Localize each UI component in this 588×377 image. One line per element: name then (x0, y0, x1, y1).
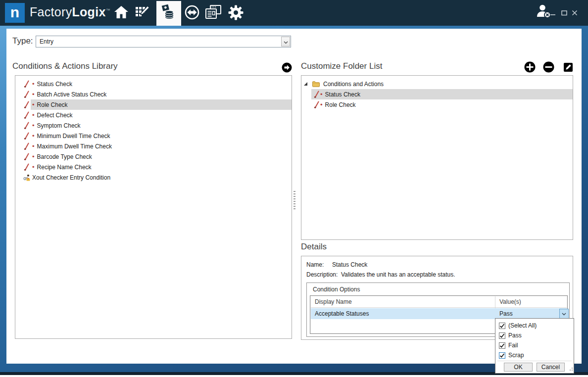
value-dropdown-button[interactable] (559, 309, 569, 319)
nav-settings-button[interactable] (226, 4, 245, 23)
condition-icon (23, 122, 31, 130)
popup-option[interactable]: Fail (495, 340, 574, 350)
column-header-display-name: Display Name (315, 298, 352, 305)
checkbox[interactable] (499, 342, 505, 349)
resize-grip[interactable] (568, 368, 573, 372)
tree-item-body[interactable]: •Status Check (311, 89, 573, 99)
popup-option[interactable]: Scrap (495, 350, 574, 360)
move-right-icon (282, 62, 292, 75)
close-button[interactable] (570, 9, 579, 18)
list-item[interactable]: •Status Check (15, 79, 292, 89)
list-item-body[interactable]: Xout Checker Entry Condition (31, 172, 292, 183)
production-editor-icon (134, 4, 150, 22)
popup-separator (497, 361, 572, 361)
popup-option-label: Scrap (508, 352, 524, 359)
popup-option[interactable]: Pass (495, 330, 574, 340)
list-item-body[interactable]: •Barcode Type Check (31, 151, 292, 162)
checkbox[interactable] (499, 332, 505, 339)
list-item[interactable]: •Role Check (15, 99, 292, 110)
add-icon (524, 61, 536, 75)
tree-item-body[interactable]: •Role Check (311, 99, 573, 110)
list-item-label: Defect Check (37, 112, 73, 119)
tree-item-bullet: • (320, 91, 323, 97)
tree-item-label: Status Check (325, 91, 360, 98)
popup-option[interactable]: (Select All) (495, 321, 574, 330)
condition-icon (23, 163, 31, 171)
edit-folder-item-button[interactable] (563, 63, 574, 74)
list-item-body[interactable]: •Status Check (31, 79, 292, 89)
list-item-bullet: • (32, 91, 35, 97)
list-item-body[interactable]: •Symptom Check (31, 120, 292, 131)
tree-root-label: Conditions and Actions (323, 81, 384, 88)
remove-folder-item-button[interactable] (543, 62, 554, 73)
condition-icon (23, 142, 31, 150)
panel-splitter[interactable] (294, 191, 295, 210)
list-item-bullet: • (32, 143, 35, 149)
condition-icon (23, 111, 31, 119)
checkbox[interactable] (499, 323, 505, 329)
expander-icon[interactable] (303, 82, 308, 86)
nav-library-button[interactable] (156, 1, 181, 26)
table-row[interactable]: Acceptable Statuses Pass (311, 308, 567, 319)
condition-icon (23, 80, 31, 88)
list-item[interactable]: •Minimum Dwell Time Check (15, 131, 292, 141)
name-label: Name: (306, 261, 324, 268)
list-item[interactable]: Xout Checker Entry Condition (15, 172, 292, 183)
name-value: Status Check (332, 261, 367, 268)
brand-light: Factory (30, 5, 72, 19)
details-panel-title: Details (301, 242, 327, 252)
column-header-values: Value(s) (499, 298, 521, 305)
list-item[interactable]: •Batch Active Status Check (15, 89, 292, 99)
list-item-body[interactable]: •Defect Check (31, 110, 292, 120)
list-item-body[interactable]: •Batch Active Status Check (31, 89, 292, 99)
list-item-label: Minimum Dwell Time Check (37, 133, 110, 140)
folder-tree[interactable]: Conditions and Actions•Status Check•Role… (301, 75, 573, 240)
condition-icon (23, 91, 31, 98)
list-item[interactable]: •Recipe Name Check (15, 162, 292, 172)
application-window: n FactoryLogix™ (0, 0, 588, 377)
list-item-bullet: • (32, 81, 35, 87)
list-item[interactable]: •Symptom Check (15, 120, 292, 131)
tree-item[interactable]: •Role Check (301, 99, 573, 110)
type-label: Type: (12, 36, 33, 46)
tree-item-bullet: • (320, 101, 323, 108)
list-item-body[interactable]: •Minimum Dwell Time Check (31, 131, 292, 141)
app-logo: n (5, 3, 25, 23)
list-item-label: Barcode Type Check (37, 153, 92, 160)
add-folder-item-button[interactable] (524, 62, 535, 73)
ok-button[interactable]: OK (504, 363, 533, 372)
condition-icon (313, 101, 320, 109)
list-item-label: Symptom Check (37, 122, 81, 129)
type-select-dropdown-button[interactable] (281, 37, 290, 47)
list-item[interactable]: •Maximum Dwell Time Check (15, 141, 292, 151)
list-item-body[interactable]: •Recipe Name Check (31, 162, 292, 172)
nav-reports-button[interactable] (204, 4, 223, 23)
transfer-icon (184, 4, 200, 22)
edit-icon (563, 62, 573, 74)
nav-home-button[interactable] (112, 4, 131, 23)
list-item-body[interactable]: •Role Check (31, 99, 292, 110)
settings-gear-icon (228, 4, 244, 23)
maximize-icon (561, 9, 567, 18)
list-item-body[interactable]: •Maximum Dwell Time Check (31, 141, 292, 151)
conditions-library-list[interactable]: •Status Check•Batch Active Status Check•… (15, 75, 292, 339)
condition-icon (313, 91, 320, 98)
minimize-button[interactable] (548, 9, 557, 18)
nav-transfer-button[interactable] (183, 4, 201, 23)
checkbox[interactable] (499, 352, 505, 359)
tree-item[interactable]: •Status Check (301, 89, 573, 99)
dropdown-chevron-icon (562, 310, 566, 317)
maximize-button[interactable] (560, 9, 569, 18)
folder-icon (312, 81, 320, 88)
list-item[interactable]: •Defect Check (15, 110, 292, 120)
nav-production-editor-button[interactable] (133, 4, 151, 23)
move-to-folder-button[interactable] (281, 63, 292, 74)
brand-name: FactoryLogix™ (30, 5, 110, 19)
folder-panel-title: Customize Folder List (301, 61, 382, 71)
tree-root-item[interactable]: Conditions and Actions (301, 79, 573, 89)
list-item-label: Status Check (37, 81, 72, 88)
type-select[interactable]: Entry (36, 36, 291, 47)
trademark: ™ (106, 8, 110, 13)
list-item[interactable]: •Barcode Type Check (15, 151, 292, 162)
cancel-button[interactable]: Cancel (537, 363, 565, 372)
